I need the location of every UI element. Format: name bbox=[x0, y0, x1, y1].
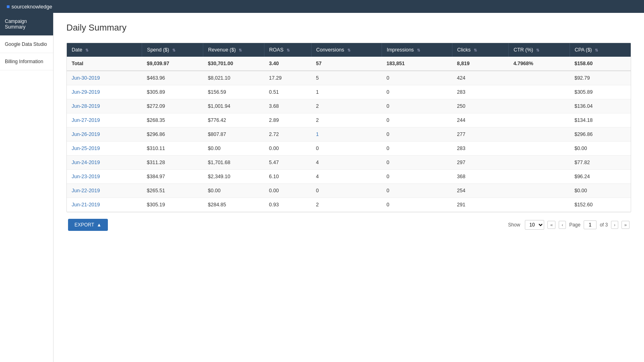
cell-clicks: 368 bbox=[452, 170, 508, 184]
sidebar-item-campaign-summary[interactable]: Campaign Summary bbox=[0, 13, 53, 36]
total-conversions: 57 bbox=[311, 57, 382, 71]
cell-clicks: 244 bbox=[452, 113, 508, 128]
cell-spend: $268.35 bbox=[142, 113, 203, 128]
cell-cpa: $96.24 bbox=[570, 170, 631, 184]
cell-clicks: 283 bbox=[452, 142, 508, 156]
cell-revenue: $156.59 bbox=[203, 85, 264, 99]
cell-ctr bbox=[508, 113, 570, 128]
last-page-button[interactable]: » bbox=[621, 221, 630, 229]
sort-icon-impressions: ⇅ bbox=[417, 48, 420, 52]
cell-roas: 6.10 bbox=[264, 170, 311, 184]
page-number-input[interactable] bbox=[584, 220, 597, 229]
sort-icon-cpa: ⇅ bbox=[595, 48, 598, 52]
cell-spend: $272.09 bbox=[142, 99, 203, 113]
sort-icon-clicks: ⇅ bbox=[474, 48, 477, 52]
cell-conversions: 4 bbox=[311, 156, 382, 170]
sidebar-item-billing-information[interactable]: Billing Information bbox=[0, 53, 53, 70]
cell-roas: 2.89 bbox=[264, 113, 311, 128]
cell-spend: $463.96 bbox=[142, 71, 203, 85]
col-header-impressions[interactable]: Impressions ⇅ bbox=[382, 43, 452, 57]
table-row: Jun-28-2019 $272.09 $1,001.94 3.68 2 0 2… bbox=[67, 99, 631, 113]
table-row: Jun-30-2019 $463.96 $8,021.10 17.29 5 0 … bbox=[67, 71, 631, 85]
cell-roas: 5.47 bbox=[264, 156, 311, 170]
cell-date: Jun-30-2019 bbox=[67, 71, 142, 85]
table-row: Jun-23-2019 $384.97 $2,349.10 6.10 4 0 3… bbox=[67, 170, 631, 184]
cell-ctr bbox=[508, 71, 570, 85]
cell-cpa: $0.00 bbox=[570, 142, 631, 156]
cell-ctr bbox=[508, 85, 570, 99]
cell-date: Jun-21-2019 bbox=[67, 198, 142, 212]
cell-date: Jun-23-2019 bbox=[67, 170, 142, 184]
layout: Campaign Summary Google Data Studio Bill… bbox=[0, 13, 644, 362]
cell-date: Jun-24-2019 bbox=[67, 156, 142, 170]
cell-roas: 17.29 bbox=[264, 71, 311, 85]
col-header-date[interactable]: Date ⇅ bbox=[67, 43, 142, 57]
cell-clicks: 250 bbox=[452, 99, 508, 113]
export-button[interactable]: EXPORT ▲ bbox=[68, 219, 108, 231]
cell-clicks: 277 bbox=[452, 128, 508, 142]
sort-icon-date: ⇅ bbox=[85, 48, 89, 52]
total-impressions: 183,851 bbox=[382, 57, 452, 71]
next-page-button[interactable]: › bbox=[611, 221, 618, 229]
cell-impressions: 0 bbox=[382, 156, 452, 170]
table-footer: EXPORT ▲ Show 10 25 50 « ‹ Page of 3 › » bbox=[66, 214, 631, 236]
cell-spend: $305.19 bbox=[142, 198, 203, 212]
cell-date: Jun-25-2019 bbox=[67, 142, 142, 156]
cell-date: Jun-26-2019 bbox=[67, 128, 142, 142]
cell-impressions: 0 bbox=[382, 128, 452, 142]
pagination: Show 10 25 50 « ‹ Page of 3 › » bbox=[508, 220, 630, 230]
col-header-conversions[interactable]: Conversions ⇅ bbox=[311, 43, 382, 57]
cell-revenue: $0.00 bbox=[203, 142, 264, 156]
col-header-cpa[interactable]: CPA ($) ⇅ bbox=[570, 43, 631, 57]
cell-date: Jun-22-2019 bbox=[67, 184, 142, 198]
table-row: Jun-24-2019 $311.28 $1,701.68 5.47 4 0 2… bbox=[67, 156, 631, 170]
cell-date: Jun-27-2019 bbox=[67, 113, 142, 128]
per-page-select[interactable]: 10 25 50 bbox=[525, 220, 544, 230]
cell-conversions: 0 bbox=[311, 142, 382, 156]
cell-clicks: 283 bbox=[452, 85, 508, 99]
cell-impressions: 0 bbox=[382, 170, 452, 184]
show-label: Show bbox=[508, 222, 520, 228]
sort-icon-revenue: ⇅ bbox=[239, 48, 242, 52]
cell-conversions: 2 bbox=[311, 99, 382, 113]
cell-spend: $305.89 bbox=[142, 85, 203, 99]
col-header-spend[interactable]: Spend ($) ⇅ bbox=[142, 43, 203, 57]
table-row: Jun-27-2019 $268.35 $776.42 2.89 2 0 244… bbox=[67, 113, 631, 128]
sidebar: Campaign Summary Google Data Studio Bill… bbox=[0, 13, 54, 362]
export-dropdown-icon: ▲ bbox=[97, 222, 101, 228]
total-spend: $9,039.97 bbox=[142, 57, 203, 71]
cell-cpa: $77.82 bbox=[570, 156, 631, 170]
cell-cpa: $134.18 bbox=[570, 113, 631, 128]
cell-roas: 0.51 bbox=[264, 85, 311, 99]
total-pages-label: of 3 bbox=[600, 222, 608, 228]
sort-icon-roas: ⇅ bbox=[287, 48, 290, 52]
cell-ctr bbox=[508, 156, 570, 170]
cell-date: Jun-29-2019 bbox=[67, 85, 142, 99]
total-label: Total bbox=[67, 57, 142, 71]
total-row: Total $9,039.97 $30,701.00 3.40 57 183,8… bbox=[67, 57, 631, 71]
cell-impressions: 0 bbox=[382, 198, 452, 212]
cell-conversions: 1 bbox=[311, 85, 382, 99]
cell-cpa: $296.86 bbox=[570, 128, 631, 142]
col-header-clicks[interactable]: Clicks ⇅ bbox=[452, 43, 508, 57]
cell-revenue: $8,021.10 bbox=[203, 71, 264, 85]
first-page-button[interactable]: « bbox=[547, 221, 555, 229]
cell-roas: 0.00 bbox=[264, 184, 311, 198]
sidebar-item-google-data-studio[interactable]: Google Data Studio bbox=[0, 36, 53, 53]
col-header-revenue[interactable]: Revenue ($) ⇅ bbox=[203, 43, 264, 57]
cell-roas: 3.68 bbox=[264, 99, 311, 113]
topbar: ■ sourceknowledge bbox=[0, 0, 644, 13]
cell-revenue: $1,001.94 bbox=[203, 99, 264, 113]
cell-ctr bbox=[508, 142, 570, 156]
col-header-roas[interactable]: ROAS ⇅ bbox=[264, 43, 311, 57]
cell-spend: $384.97 bbox=[142, 170, 203, 184]
cell-clicks: 254 bbox=[452, 184, 508, 198]
logo-icon: ■ bbox=[6, 3, 10, 10]
prev-page-button[interactable]: ‹ bbox=[559, 221, 566, 229]
total-ctr: 4.7968% bbox=[508, 57, 570, 71]
table-row: Jun-21-2019 $305.19 $284.85 0.93 2 0 291… bbox=[67, 198, 631, 212]
col-header-ctr[interactable]: CTR (%) ⇅ bbox=[508, 43, 570, 57]
total-roas: 3.40 bbox=[264, 57, 311, 71]
app-logo: ■ sourceknowledge bbox=[6, 3, 52, 10]
cell-impressions: 0 bbox=[382, 113, 452, 128]
